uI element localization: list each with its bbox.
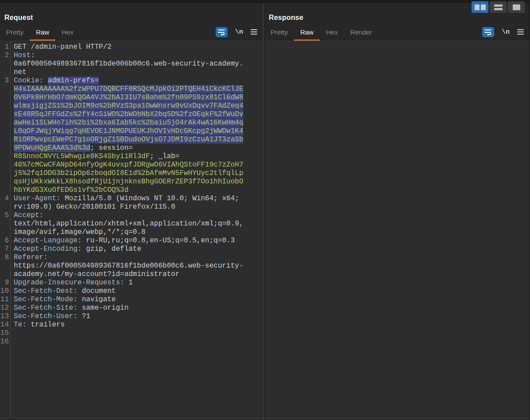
line-number xyxy=(0,119,9,127)
code-line: hbYKdG3XuOfEDGs1vf%2bCOQ%3d xyxy=(0,186,263,194)
line-number: 9 xyxy=(0,279,9,287)
code-line: wlmsjigjZS1%2bJOIM9o%2bRVzS3pa1OwWnsrw9v… xyxy=(0,102,263,110)
line-content: Host: xyxy=(9,51,35,60)
tab-pretty[interactable]: Pretty xyxy=(264,24,294,41)
editor-menu-button[interactable] xyxy=(251,28,257,36)
line-content: Sec-Fetch-Mode: navigate xyxy=(9,296,116,304)
line-number xyxy=(0,68,9,77)
newline-toggle-button[interactable]: \n xyxy=(235,28,243,36)
response-editor-body xyxy=(264,41,529,43)
line-content: hbYKdG3XuOfEDGs1vf%2bCOQ%3d xyxy=(9,186,128,194)
line-number xyxy=(0,60,9,68)
word-wrap-toggle-button[interactable] xyxy=(482,27,494,37)
tab-render[interactable]: Render xyxy=(344,24,378,41)
window-top-strip xyxy=(0,0,529,3)
line-content: net xyxy=(9,68,27,77)
line-number: 5 xyxy=(0,211,9,220)
line-number xyxy=(0,144,9,152)
newline-toggle-button[interactable]: \n xyxy=(502,28,510,36)
line-number: 8 xyxy=(0,253,9,262)
line-number: 15 xyxy=(0,329,9,338)
line-number xyxy=(0,152,9,161)
request-toolbar: \n xyxy=(216,24,257,39)
line-number xyxy=(0,110,9,119)
line-number xyxy=(0,127,9,136)
tab-hex[interactable]: Hex xyxy=(55,24,80,41)
split-rows-icon xyxy=(494,4,503,10)
line-content: 9PDWuHQgEAAA%3d%3d; session= xyxy=(9,144,133,152)
word-wrap-toggle-button[interactable] xyxy=(216,27,228,37)
line-content: GET /admin-panel HTTP/2 xyxy=(9,43,112,51)
line-number xyxy=(0,220,9,228)
code-line: 2Host: xyxy=(0,51,263,60)
code-line: 13Sec-Fetch-User: ?1 xyxy=(0,312,263,321)
line-number xyxy=(0,85,9,93)
line-content: text/html,application/xhtml+xml,applicat… xyxy=(9,220,243,228)
tab-hex[interactable]: Hex xyxy=(320,24,344,41)
code-line: 8Referer: xyxy=(0,253,263,262)
line-number: 4 xyxy=(0,194,9,203)
line-content: Accept-Language: ru-RU,ru;q=0.8,en-US;q=… xyxy=(9,237,235,245)
single-pane-icon xyxy=(513,4,520,10)
line-number xyxy=(0,136,9,144)
response-panel-title: Response xyxy=(269,14,303,22)
layout-side-by-side-button[interactable] xyxy=(472,1,488,13)
code-line: 15 xyxy=(0,329,263,338)
line-content: Cookie: admin-prefs= xyxy=(9,77,99,85)
line-number xyxy=(0,178,9,186)
line-content: L0qOFJWqjYWiqg7qHEVOE1JNMGPUEUKJhOVIvHDc… xyxy=(9,127,243,136)
code-line: j5%2fq1ODG3b2ipOp6zboqdOI8E1d%2bAfmMvN5F… xyxy=(0,169,263,178)
request-panel-title: Request xyxy=(4,14,33,22)
line-content: R8SnnoCNVYL5Whwgie8KS4Sbyi1Rl3dF; _lab= xyxy=(9,152,179,161)
line-number xyxy=(0,102,9,110)
line-number: 10 xyxy=(0,287,9,296)
line-content: H4sIAAAAAAAA%2fzWPPU7DQBCFF0RSQcMJpkOi2P… xyxy=(9,85,243,93)
request-editor-rows: 1GET /admin-panel HTTP/22Host:0a6f000504… xyxy=(0,41,263,346)
line-content: Sec-Fetch-Dest: document xyxy=(9,287,116,296)
line-content: https://0a6f000504989367816f1bde006b00c6… xyxy=(9,262,243,270)
code-line: text/html,application/xhtml+xml,applicat… xyxy=(0,220,263,228)
code-line: L0qOFJWqjYWiqg7qHEVOE1JNMGPUEUKJhOVIvHDc… xyxy=(0,127,263,136)
response-panel: Response PrettyRawHexRender \n xyxy=(264,3,529,420)
code-line: 1GET /admin-panel HTTP/2 xyxy=(0,43,263,51)
view-layout-switcher xyxy=(472,1,525,13)
line-content: wlmsjigjZS1%2bJOIM9o%2bRVzS3pa1OwWnsrw9v… xyxy=(9,102,243,110)
code-line: awHei1SLWHo7ih%2bi%2bxa6Iab5kc%2baiu5jO4… xyxy=(0,119,263,127)
line-content: academy.net/my-account?id=administrator xyxy=(9,270,179,279)
code-line: 5Accept: xyxy=(0,211,263,220)
line-number: 6 xyxy=(0,237,9,245)
code-line: 3Cookie: admin-prefs= xyxy=(0,77,263,85)
line-content: image/avif,image/webp,*/*;q=0.8 xyxy=(9,228,146,237)
line-number xyxy=(0,262,9,270)
code-line: https://0a6f000504989367816f1bde006b00c6… xyxy=(0,262,263,270)
line-number xyxy=(0,203,9,211)
layout-single-pane-button[interactable] xyxy=(508,1,525,13)
editor-menu-button[interactable] xyxy=(517,28,524,36)
line-number: 12 xyxy=(0,304,9,312)
line-number: 13 xyxy=(0,312,9,321)
code-line: 7Accept-Encoding: gzip, deflate xyxy=(0,245,263,253)
code-line: R1ORPwvpcEWePC7g1oORjgZ1SBDudoOVjsO7JDMI… xyxy=(0,136,263,144)
code-line: 12Sec-Fetch-Site: same-origin xyxy=(0,304,263,312)
tab-raw[interactable]: Raw xyxy=(30,24,55,41)
layout-stacked-button[interactable] xyxy=(490,1,507,13)
code-line: academy.net/my-account?id=administrator xyxy=(0,270,263,279)
code-line: R8SnnoCNVYL5Whwgie8KS4Sbyi1Rl3dF; _lab= xyxy=(0,152,263,161)
request-panel: Request PrettyRawHex \n 1GET /admin-pane… xyxy=(0,3,263,420)
code-line: xE48R5qJFFGdZs%2fY4cSiWO%2bWObNbX2bq5D%2… xyxy=(0,110,263,119)
line-number xyxy=(0,169,9,178)
response-editor[interactable] xyxy=(264,41,529,419)
line-content: rv:109.0) Gecko/20100101 Firefox/115.0 xyxy=(9,203,175,211)
line-content xyxy=(9,329,14,338)
line-number: 7 xyxy=(0,245,9,253)
line-content: j5%2fq1ODG3b2ipOp6zboqdOI8E1d%2bAfmMvN5F… xyxy=(9,169,243,178)
line-content: OV6Pk8HrHbO7dmKQOA4VJ%2bAI3IU7sBahm%2fn0… xyxy=(9,93,243,102)
line-number xyxy=(0,186,9,194)
tab-pretty[interactable]: Pretty xyxy=(0,24,30,41)
line-content: User-Agent: Mozilla/5.0 (Windows NT 10.0… xyxy=(9,194,239,203)
split-columns-icon xyxy=(475,4,480,10)
tab-raw[interactable]: Raw xyxy=(294,24,320,41)
request-editor[interactable]: 1GET /admin-panel HTTP/22Host:0a6f000504… xyxy=(0,41,263,419)
line-content: Referer: xyxy=(9,253,48,262)
split-columns-icon xyxy=(481,4,486,10)
